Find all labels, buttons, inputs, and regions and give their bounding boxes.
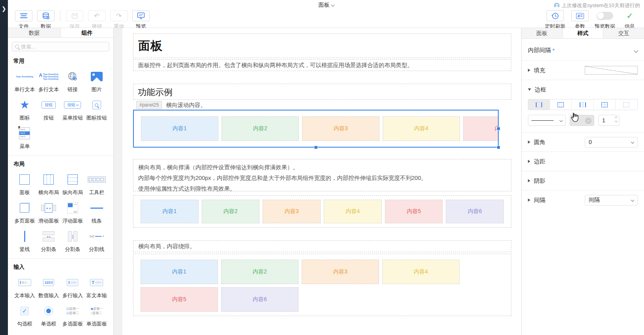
- document-title-dropdown[interactable]: 面板: [319, 2, 334, 9]
- palette-item-line[interactable]: 线条: [84, 198, 109, 226]
- radius-select[interactable]: 0: [585, 137, 638, 148]
- border-width-input[interactable]: [598, 115, 620, 126]
- tab-panel[interactable]: 面板: [522, 28, 563, 38]
- group-header-inner-gap[interactable]: 内部间隔 *: [522, 39, 644, 60]
- palette-item-location[interactable]: [61, 329, 85, 335]
- palette-item-richtext-input[interactable]: T 富文本输: [84, 272, 109, 301]
- content-box-2[interactable]: 内容2: [222, 116, 299, 141]
- border-style-select[interactable]: [528, 115, 566, 126]
- timer-refresh-button[interactable]: 定时刷新: [541, 10, 569, 30]
- palette-item-image[interactable]: 图片: [84, 66, 109, 95]
- resize-handle-bottom-right[interactable]: [497, 146, 500, 149]
- page-title-block[interactable]: 面板: [133, 34, 511, 58]
- palette-item-check-panel[interactable]: ☑选项一 ☑选项二 多选面板: [61, 301, 85, 329]
- content-box-2[interactable]: 内容2: [221, 260, 299, 284]
- border-side-cols-button[interactable]: [550, 99, 572, 110]
- row-shadow[interactable]: 阴影: [522, 171, 644, 190]
- info-button[interactable]: ✓ 信息: [619, 10, 641, 30]
- palette-item-divider-line[interactable]: TXT▾ 分割线: [84, 226, 109, 255]
- palette-item-menu[interactable]: Item1 Item2 Item3 菜单: [13, 123, 37, 152]
- palette-item-datepicker[interactable]: [37, 329, 61, 335]
- preview-button[interactable]: 预览: [130, 10, 152, 30]
- tab-data[interactable]: 数据: [8, 28, 61, 37]
- border-header[interactable]: 边框: [528, 80, 638, 99]
- tab-interaction[interactable]: 交互: [603, 28, 644, 38]
- palette-item-button[interactable]: 按钮 按钮: [37, 95, 61, 123]
- section-title-block[interactable]: 功能示例: [133, 84, 511, 100]
- preview-data-toggle[interactable]: [597, 12, 613, 20]
- palette-item-link[interactable]: 链接: [61, 66, 85, 95]
- content-box-1[interactable]: 内容1: [141, 200, 199, 223]
- content-box-6[interactable]: 内容6: [221, 287, 299, 312]
- palette-item-number-input[interactable]: 123I 数值输入: [37, 272, 61, 301]
- palette-item-multiline-input[interactable]: I 多行输入: [61, 272, 85, 301]
- border-side-all-button[interactable]: [594, 99, 616, 110]
- save-button[interactable]: 保存: [64, 10, 86, 30]
- palette-item-person[interactable]: [84, 329, 109, 335]
- content-box-1[interactable]: 内容1: [141, 116, 218, 141]
- wrap-note-block[interactable]: 横向布局，内容绕排。: [133, 240, 511, 252]
- content-box-3[interactable]: 内容3: [263, 200, 321, 223]
- flex-panel[interactable]: 内容1 内容2 内容3 内容4 内容5 内容6: [133, 195, 511, 228]
- palette-item-hlayout[interactable]: 横向布局: [37, 169, 61, 198]
- wrap-panel[interactable]: 内容1 内容2 内容3 内容4 内容5 内容6: [133, 254, 511, 316]
- undo-button[interactable]: ↶ 撤销: [86, 10, 108, 30]
- palette-item-float-panel[interactable]: 浮动面板: [61, 198, 85, 226]
- border-side-middle-button[interactable]: [572, 99, 593, 110]
- palette-item-checkbox[interactable]: ✓ 勾选框: [13, 301, 37, 329]
- border-side-lr-button[interactable]: [528, 99, 550, 110]
- tab-style[interactable]: 样式: [563, 28, 604, 38]
- flex-note-block[interactable]: 横向布局，横向撑满（内部控件设置伸缩达到横向撑满效果）。 内部每个控件宽度均为2…: [133, 159, 511, 191]
- params-button[interactable]: x= 参数: [569, 10, 591, 30]
- row-margin[interactable]: 边距: [522, 152, 644, 171]
- content-box-1[interactable]: 内容1: [141, 260, 218, 284]
- tab-components[interactable]: 组件: [61, 28, 113, 37]
- content-box-4[interactable]: 内容4: [324, 200, 382, 223]
- palette-item-panel[interactable]: 面板: [13, 169, 37, 198]
- palette-item-single-text[interactable]: Type Something 单行文本: [13, 66, 37, 95]
- content-box-3[interactable]: 内容3: [302, 116, 379, 141]
- palette-item-text-input[interactable]: I输入... 文本输入: [13, 272, 37, 301]
- row-radius[interactable]: 圆角 0: [522, 132, 644, 152]
- palette-item-combobox[interactable]: [13, 329, 37, 335]
- design-canvas[interactable]: 面板 面板控件，起到页面布局的作用。包含了横向和纵向两种布局方式，可以根据应用场…: [114, 28, 517, 335]
- gap-select[interactable]: 间隔: [585, 195, 638, 206]
- palette-item-slide-panel[interactable]: ◂ ▸ 滑动面板: [37, 198, 61, 226]
- border-width-value[interactable]: [599, 115, 612, 125]
- palette-item-vline[interactable]: 竖线: [13, 226, 37, 255]
- palette-item-multipage-panel[interactable]: 多页面板: [13, 198, 37, 226]
- data-button[interactable]: 数据: [35, 10, 57, 30]
- preview-data-toggle-button[interactable]: 预览数据: [591, 10, 619, 30]
- row-fill[interactable]: 填充: [522, 60, 644, 80]
- resize-handle-right-middle[interactable]: [497, 127, 500, 131]
- number-spinners[interactable]: [615, 117, 617, 122]
- palette-item-hsplitter[interactable]: ↔ 分割条: [37, 226, 61, 255]
- resize-handle-bottom-center[interactable]: [314, 146, 318, 149]
- content-box-2[interactable]: 内容2: [202, 200, 260, 223]
- content-box-3[interactable]: 内容3: [302, 260, 379, 284]
- search-input[interactable]: [21, 44, 100, 50]
- palette-item-icon[interactable]: ★ 图标: [13, 95, 37, 123]
- content-box-5[interactable]: 内容5: [463, 116, 498, 141]
- palette-item-toolbar[interactable]: 工具栏: [84, 169, 109, 198]
- border-side-none-button[interactable]: [616, 99, 637, 110]
- component-search[interactable]: [12, 42, 109, 51]
- palette-item-multi-text[interactable]: A Type SomethingType SomethingType Somet…: [37, 66, 61, 95]
- row-gap[interactable]: 间隔 间隔: [522, 190, 644, 210]
- page-description-block[interactable]: 面板控件，起到页面布局的作用。包含了横向和纵向两种布局方式，可以根据应用场景选择…: [133, 59, 511, 71]
- file-button[interactable]: 文件: [13, 10, 35, 30]
- content-box-4[interactable]: 内容4: [383, 116, 460, 141]
- border-color-picker[interactable]: [570, 115, 594, 126]
- content-box-6[interactable]: 内容6: [446, 200, 504, 223]
- palette-item-vlayout[interactable]: 纵向布局: [61, 169, 85, 198]
- selected-scroll-panel[interactable]: 内容1 内容2 内容3 内容4 内容5: [133, 110, 499, 148]
- palette-item-menu-button[interactable]: 按钮 菜单按钮: [61, 95, 85, 123]
- palette-item-icon-button[interactable]: 图标按钮: [84, 95, 109, 123]
- palette-item-vsplitter[interactable]: ↕ 分割条: [61, 226, 85, 255]
- content-box-4[interactable]: 内容4: [382, 260, 460, 284]
- palette-item-radio[interactable]: 单选框: [37, 301, 61, 329]
- redo-button[interactable]: ↷ 重做: [108, 10, 130, 30]
- fill-none-swatch[interactable]: [585, 66, 638, 75]
- palette-item-radio-panel[interactable]: ◉选项一 ○选项二 单选面板: [84, 301, 109, 329]
- content-box-5[interactable]: 内容5: [385, 200, 443, 223]
